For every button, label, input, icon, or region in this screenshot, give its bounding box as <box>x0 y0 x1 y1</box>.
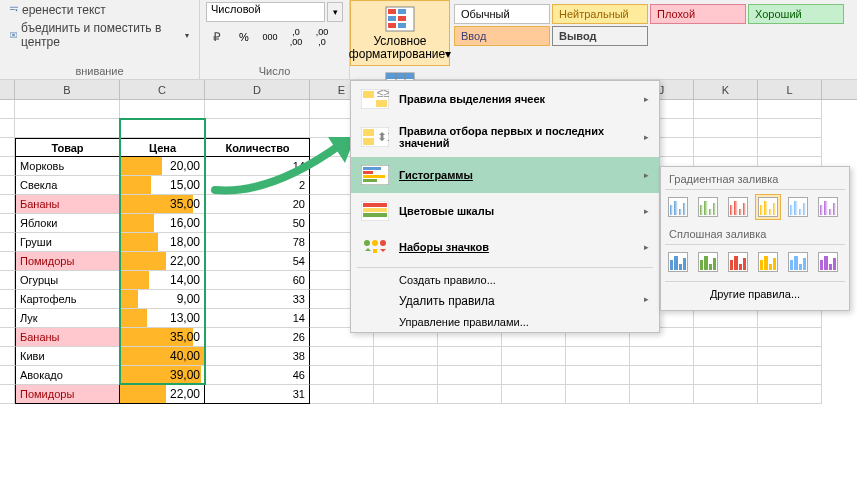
cell-quantity[interactable]: 54 <box>205 252 310 271</box>
percent-button[interactable]: % <box>232 26 256 48</box>
cell-product[interactable]: Свекла <box>15 176 120 195</box>
cell-product[interactable]: Киви <box>15 347 120 366</box>
solid-bar-option[interactable] <box>815 249 841 275</box>
gradient-bar-option[interactable] <box>785 194 811 220</box>
cell-product[interactable]: Помидоры <box>15 252 120 271</box>
solid-bar-option[interactable] <box>755 249 781 275</box>
submenu-arrow-icon: ▸ <box>644 294 649 308</box>
gradient-bar-option[interactable] <box>725 194 751 220</box>
col-header-K[interactable]: K <box>694 80 758 99</box>
svg-rect-10 <box>388 23 396 28</box>
cell-price[interactable]: 22,00 <box>120 385 205 404</box>
svg-text:₽: ₽ <box>213 30 221 44</box>
cell-quantity[interactable]: 31 <box>205 385 310 404</box>
col-header-B[interactable]: B <box>15 80 120 99</box>
style-input[interactable]: Ввод <box>454 26 550 46</box>
cell-product[interactable]: Морковь <box>15 157 120 176</box>
svg-rect-34 <box>363 213 387 217</box>
conditional-formatting-button[interactable]: Условное форматирование▾ <box>350 0 450 66</box>
cell-quantity[interactable]: 2 <box>205 176 310 195</box>
svg-rect-0 <box>10 7 18 8</box>
menu-top-bottom-rules[interactable]: ⬍10 Правила отбора первых и последних зн… <box>351 117 659 157</box>
style-bad[interactable]: Плохой <box>650 4 746 24</box>
cell-quantity[interactable]: 60 <box>205 271 310 290</box>
cell-quantity[interactable]: 20 <box>205 195 310 214</box>
cell-quantity[interactable]: 50 <box>205 214 310 233</box>
cell-price[interactable]: 13,00 <box>120 309 205 328</box>
cell-quantity[interactable]: 46 <box>205 366 310 385</box>
solid-bar-option[interactable] <box>695 249 721 275</box>
col-header-C[interactable]: C <box>120 80 205 99</box>
menu-data-bars[interactable]: Гистограммы ▸ <box>351 157 659 193</box>
style-normal[interactable]: Обычный <box>454 4 550 24</box>
cell-price[interactable]: 39,00 <box>120 366 205 385</box>
cell-price[interactable]: 35,00 <box>120 195 205 214</box>
header-product[interactable]: Товар <box>15 138 120 157</box>
cell-price[interactable]: 18,00 <box>120 233 205 252</box>
cell-product[interactable]: Груши <box>15 233 120 252</box>
submenu-arrow-icon: ▸ <box>644 132 649 142</box>
gradient-bar-option[interactable] <box>665 194 691 220</box>
decrease-decimal-button[interactable]: ,00,0 <box>310 26 334 48</box>
col-header-D[interactable]: D <box>205 80 310 99</box>
submenu-more-rules[interactable]: Другие правила... <box>665 281 845 306</box>
cell-price[interactable]: 22,00 <box>120 252 205 271</box>
gradient-bar-option[interactable] <box>755 194 781 220</box>
number-format-select[interactable]: Числовой <box>206 2 325 22</box>
cell-product[interactable]: Авокадо <box>15 366 120 385</box>
col-header-L[interactable]: L <box>758 80 822 99</box>
menu-icon-sets[interactable]: Наборы значков ▸ <box>351 229 659 265</box>
cell-product[interactable]: Картофель <box>15 290 120 309</box>
menu-highlight-rules[interactable]: ≤≥ Правила выделения ячеек ▸ <box>351 81 659 117</box>
svg-rect-9 <box>398 16 406 21</box>
dropdown-arrow-icon[interactable]: ▾ <box>327 2 343 22</box>
cell-price[interactable]: 9,00 <box>120 290 205 309</box>
header-quantity[interactable]: Количество <box>205 138 310 157</box>
cell-product[interactable]: Бананы <box>15 195 120 214</box>
cell-price[interactable]: 14,00 <box>120 271 205 290</box>
cell-price[interactable]: 15,00 <box>120 176 205 195</box>
svg-rect-7 <box>398 9 406 14</box>
alignment-group: еренести текст бъединить и поместить в ц… <box>0 0 200 79</box>
cell-price[interactable]: 40,00 <box>120 347 205 366</box>
style-good[interactable]: Хороший <box>748 4 844 24</box>
solid-bar-option[interactable] <box>725 249 751 275</box>
cell-quantity[interactable]: 33 <box>205 290 310 309</box>
menu-manage-rules[interactable]: Управление правилами... <box>351 312 659 332</box>
cell-product[interactable]: Огурцы <box>15 271 120 290</box>
submenu-arrow-icon: ▸ <box>644 242 649 252</box>
cell-quantity[interactable]: 38 <box>205 347 310 366</box>
comma-button[interactable]: 000 <box>258 26 282 48</box>
cell-quantity[interactable]: 14 <box>205 157 310 176</box>
cell-price[interactable]: 16,00 <box>120 214 205 233</box>
cell-product[interactable]: Лук <box>15 309 120 328</box>
menu-clear-rules[interactable]: Удалить правила▸ <box>351 290 659 312</box>
solid-bar-option[interactable] <box>665 249 691 275</box>
cell-quantity[interactable]: 14 <box>205 309 310 328</box>
cell-quantity[interactable]: 78 <box>205 233 310 252</box>
gradient-bar-option[interactable] <box>695 194 721 220</box>
cell-quantity[interactable]: 26 <box>205 328 310 347</box>
solid-bar-option[interactable] <box>785 249 811 275</box>
cell-product[interactable]: Бананы <box>15 328 120 347</box>
merge-center-button[interactable]: бъединить и поместить в центре ▾ <box>6 20 193 50</box>
style-neutral[interactable]: Нейтральный <box>552 4 648 24</box>
merge-icon <box>10 31 17 39</box>
svg-text:≤≥: ≤≥ <box>377 89 389 100</box>
menu-top-bottom-label: Правила отбора первых и последних значен… <box>399 125 634 149</box>
increase-decimal-button[interactable]: ,0,00 <box>284 26 308 48</box>
table-row: Помидоры22,0031 <box>0 385 857 404</box>
submenu-gradient-title: Градиентная заливка <box>665 171 845 190</box>
header-price[interactable]: Цена <box>120 138 205 157</box>
cell-price[interactable]: 20,00 <box>120 157 205 176</box>
svg-rect-27 <box>363 167 381 170</box>
cell-product[interactable]: Яблоки <box>15 214 120 233</box>
menu-color-scales[interactable]: Цветовые шкалы ▸ <box>351 193 659 229</box>
style-output[interactable]: Вывод <box>552 26 648 46</box>
wrap-text-button[interactable]: еренести текст <box>6 2 193 18</box>
cell-product[interactable]: Помидоры <box>15 385 120 404</box>
menu-new-rule[interactable]: Создать правило... <box>351 270 659 290</box>
gradient-bar-option[interactable] <box>815 194 841 220</box>
accounting-format-button[interactable]: ₽ <box>206 26 230 48</box>
cell-price[interactable]: 35,00 <box>120 328 205 347</box>
